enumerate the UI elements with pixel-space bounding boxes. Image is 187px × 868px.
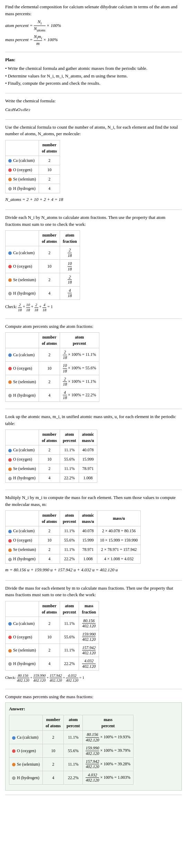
table-row: Se (selenium) 2 11.1% 157.942402.120 — [6, 644, 99, 657]
mp-col-element — [9, 715, 43, 731]
mm-col-element — [6, 511, 39, 526]
total-mass-equation: m = 80.156 u + 159.990 u + 157.942 u + 4… — [5, 566, 182, 573]
mp-col-atoms: numberof atoms — [43, 715, 64, 731]
mp-col-mass-percent: masspercent — [83, 715, 134, 731]
mm-o-count: 10 — [39, 536, 60, 545]
table-row: Se (selenium) 2 — [6, 174, 60, 184]
ap-h-element: H (hydrogen) — [6, 388, 39, 402]
ap-se-element: Se (selenium) — [6, 375, 39, 388]
mm-o-atomic-mass: 15.999 — [79, 536, 97, 545]
mm-ca-count: 2 — [39, 526, 60, 536]
am-se-mass: 78.971 — [79, 464, 97, 473]
atomic-mass-table: numberof atoms atompercent atomicmass/u … — [5, 430, 97, 483]
af-se-count: 2 — [39, 273, 60, 286]
o-dot — [8, 458, 12, 462]
am-se-count: 2 — [39, 464, 60, 473]
o-dot — [12, 749, 16, 753]
mp-h-element: H (hydrogen) — [9, 771, 43, 784]
am-o-mass: 15.999 — [79, 455, 97, 464]
ap-h-percent: 418 × 100% = 22.2% — [60, 388, 99, 402]
mp-col-atom-percent: atompercent — [64, 715, 83, 731]
mm-h-element: H (hydrogen) — [6, 554, 39, 564]
mm-se-percent: 11.1% — [60, 545, 79, 554]
atom-fraction-intro: Divide each N_i by N_atoms to calculate … — [5, 214, 182, 228]
am-ca-element: Ca (calcium) — [6, 445, 39, 455]
af-h-count: 4 — [39, 286, 60, 300]
mm-ca-element: Ca (calcium) — [6, 526, 39, 536]
molecular-mass-intro: Multiply N_i by m_i to compute the mass … — [5, 494, 182, 508]
table-row: O (oxygen) 10 — [6, 165, 60, 174]
ap-ca-element: Ca (calcium) — [6, 348, 39, 362]
chemical-formula-value: Ca₂H₄O₁₀Se₂ — [5, 106, 182, 113]
mass-percent-formula: mass percent = Nimim × 100% — [5, 34, 182, 46]
chemical-formula-label: Write the chemical formula: — [5, 98, 182, 104]
ap-col-percent: atompercent — [60, 333, 99, 348]
count-col-atoms: numberof atoms — [39, 140, 60, 156]
table-row: O (oxygen) 10 55.6% 159.990402.120 × 100… — [9, 744, 134, 758]
o-dot — [8, 636, 12, 639]
mm-h-count: 4 — [39, 554, 60, 564]
atomic-mass-section: Look up the atomic mass, m_i, in unified… — [5, 413, 182, 490]
mf-ca-fraction: 80.156402.120 — [79, 617, 99, 630]
table-row: Ca (calcium) 2 11.1% 80.156402.120 — [6, 617, 99, 630]
o-dot — [8, 265, 12, 268]
mm-ca-mass: 2 × 40.078 = 80.156 — [97, 526, 141, 536]
mass-percent-section: Compute mass percents using the mass fra… — [5, 693, 182, 795]
ap-o-count: 10 — [39, 362, 60, 375]
table-row: Se (selenium) 2 218 — [6, 273, 80, 286]
af-ca-element: Ca (calcium) — [6, 246, 39, 260]
plan-list: Write the chemical formula and gather at… — [5, 65, 182, 87]
table-row: Ca (calcium) 2 218 × 100% = 11.1% — [6, 348, 99, 362]
h-dot — [8, 292, 12, 295]
chemical-formula-section: Write the chemical formula: Ca₂H₄O₁₀Se₂ — [5, 98, 182, 120]
mp-h-atom-percent: 22.2% — [64, 771, 83, 784]
table-row: Se (selenium) 2 11.1% 157.942402.120 × 1… — [9, 758, 134, 771]
ap-col-atoms: numberof atoms — [39, 333, 60, 348]
mf-o-count: 10 — [39, 630, 60, 644]
mf-se-fraction: 157.942402.120 — [79, 644, 99, 657]
mp-se-count: 2 — [43, 758, 64, 771]
o-dot — [8, 539, 12, 543]
count-o-element: O (oxygen) — [6, 165, 39, 174]
am-ca-mass: 40.078 — [79, 445, 97, 455]
mm-col-percent: atompercent — [60, 511, 79, 526]
am-ca-count: 2 — [39, 445, 60, 455]
mass-fraction-intro: Divide the mass for each element by m to… — [5, 585, 182, 598]
se-dot — [8, 468, 12, 471]
table-row: O (oxygen) 10 1018 × 100% = 55.6% — [6, 362, 99, 375]
atom-percent-formula: atom percent = NiNatoms × 100% — [5, 19, 182, 33]
h-dot — [12, 776, 16, 780]
table-row: Se (selenium) 2 218 × 100% = 11.1% — [6, 375, 99, 388]
af-col-fraction: atomfraction — [60, 231, 80, 246]
am-se-element: Se (selenium) — [6, 464, 39, 473]
mp-ca-mass-percent: 80.156402.120 × 100% = 19.93% — [83, 731, 134, 744]
count-o-count: 10 — [39, 165, 60, 174]
plan-step-1: Write the chemical formula and gather at… — [5, 65, 182, 72]
af-o-element: O (oxygen) — [6, 260, 39, 273]
am-col-element — [6, 430, 39, 445]
mm-col-atomic-mass: atomicmass/u — [79, 511, 97, 526]
atom-percent-table: numberof atoms atompercent Ca (calcium) … — [5, 332, 99, 402]
intro-section: Find the elemental composition for calci… — [5, 3, 182, 52]
ca-dot — [8, 159, 12, 163]
count-h-element: H (hydrogen) — [6, 184, 39, 193]
am-o-count: 10 — [39, 455, 60, 464]
af-se-fraction: 218 — [60, 273, 80, 286]
table-row: H (hydrogen) 4 22.2% 4.032402.120 — [6, 657, 99, 671]
answer-box: Answer: numberof atoms atompercent massp… — [5, 702, 182, 791]
mf-h-fraction: 4.032402.120 — [79, 657, 99, 671]
se-dot — [8, 278, 12, 282]
mp-se-mass-percent: 157.942402.120 × 100% = 39.28% — [83, 758, 134, 771]
mp-ca-count: 2 — [43, 731, 64, 744]
atom-fraction-table: numberof atoms atomfraction Ca (calcium)… — [5, 230, 80, 300]
am-h-element: H (hydrogen) — [6, 473, 39, 483]
table-row: Se (selenium) 2 11.1% 78.971 — [6, 464, 97, 473]
ap-col-element — [6, 333, 39, 348]
count-ca-count: 2 — [39, 156, 60, 165]
atom-fraction-section: Divide each N_i by N_atoms to calculate … — [5, 214, 182, 319]
am-col-atoms: numberof atoms — [39, 430, 60, 445]
mf-o-percent: 55.6% — [60, 630, 79, 644]
af-col-element — [6, 231, 39, 246]
table-row: Ca (calcium) 2 11.1% 40.078 — [6, 445, 97, 455]
am-col-mass: atomicmass/u — [79, 430, 97, 445]
